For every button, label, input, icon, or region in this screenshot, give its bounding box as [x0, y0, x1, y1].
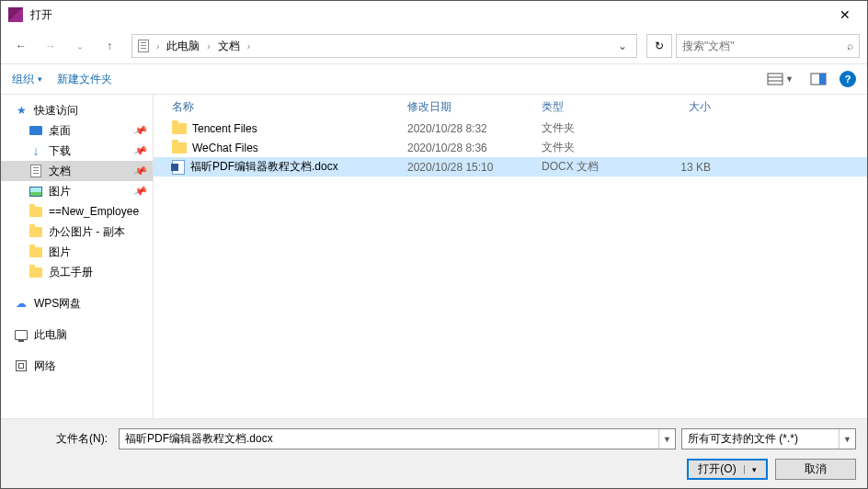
sidebar-item-newemp[interactable]: ==New_Employee: [1, 201, 153, 222]
filename-input[interactable]: [120, 433, 658, 446]
search-box[interactable]: ⌕: [676, 34, 860, 58]
cancel-button[interactable]: 取消: [775, 459, 856, 480]
filename-dropdown[interactable]: ▼: [658, 429, 675, 449]
col-name[interactable]: 名称: [172, 99, 407, 115]
sidebar-item-label: 桌面: [49, 123, 71, 139]
search-icon: ⌕: [847, 40, 853, 52]
sidebar-item-documents[interactable]: 文档📌: [1, 161, 153, 181]
pin-icon: 📌: [132, 142, 149, 158]
nav-bar: ← → ⌄ ↑ › 此电脑 › 文档 › ⌄ ↻ ⌕: [1, 28, 867, 63]
sidebar-item-label: ==New_Employee: [49, 205, 139, 218]
sidebar-item-label: 办公图片 - 副本: [49, 224, 125, 240]
column-header[interactable]: 名称 修改日期 类型 大小: [154, 95, 867, 119]
sidebar-item-office[interactable]: 办公图片 - 副本: [1, 222, 153, 242]
crumb-documents[interactable]: 文档: [216, 37, 242, 56]
preview-pane-button[interactable]: [806, 71, 830, 87]
sidebar-item-label: 员工手册: [49, 265, 93, 280]
file-row[interactable]: Tencent Files2020/10/28 8:32文件夹: [154, 119, 867, 138]
pic-icon: [29, 184, 43, 199]
address-dropdown[interactable]: ⌄: [612, 36, 633, 56]
file-row[interactable]: 福昕PDF编辑器教程文档.docx2020/10/28 15:10DOCX 文档…: [154, 157, 867, 176]
filter-label: 所有可支持的文件 (*.*): [688, 431, 798, 447]
app-icon: [8, 7, 23, 22]
sidebar-item-label: 快速访问: [34, 103, 78, 119]
sidebar-item-label: 图片: [49, 244, 71, 260]
sidebar-item-downloads[interactable]: ↓下载📌: [1, 141, 153, 161]
details-view-icon: [767, 73, 783, 85]
file-type: DOCX 文档: [542, 159, 646, 175]
col-type[interactable]: 类型: [542, 99, 646, 115]
refresh-button[interactable]: ↻: [646, 34, 672, 58]
desktop-icon: [29, 123, 43, 138]
crumb-thispc[interactable]: 此电脑: [165, 37, 201, 56]
sidebar-item-label: 下载: [49, 143, 71, 159]
titlebar: 打开 ✕: [1, 1, 867, 28]
close-button[interactable]: ✕: [830, 1, 860, 28]
new-folder-button[interactable]: 新建文件夹: [57, 72, 112, 87]
folder-icon: [29, 204, 43, 219]
filter-dropdown[interactable]: ▼: [839, 429, 855, 449]
sidebar-item-desktop[interactable]: 桌面📌: [1, 120, 153, 141]
toolbar: 组织 ▾ 新建文件夹 ▼ ?: [1, 63, 867, 95]
net-icon: [14, 358, 29, 373]
sidebar-item-label: 网络: [34, 358, 56, 374]
chevron-down-icon: ▾: [38, 74, 42, 84]
folder-icon: [29, 244, 43, 259]
search-input[interactable]: [682, 40, 847, 52]
sidebar-item-pics2[interactable]: 图片: [1, 242, 153, 262]
window-title: 打开: [30, 7, 830, 23]
folder-icon: [29, 265, 43, 279]
organize-menu[interactable]: 组织 ▾: [12, 72, 42, 87]
col-date[interactable]: 修改日期: [407, 99, 542, 115]
forward-button[interactable]: →: [38, 33, 63, 59]
footer: 文件名(N): ▼ 所有可支持的文件 (*.*) ▼ 打开(O) ▾ 取消: [1, 418, 867, 488]
up-button[interactable]: ↑: [97, 33, 122, 59]
crumb-sep-icon: ›: [247, 41, 250, 51]
sidebar-item-thispc[interactable]: 此电脑: [1, 324, 153, 345]
address-bar[interactable]: › 此电脑 › 文档 › ⌄: [131, 34, 637, 58]
file-name: 福昕PDF编辑器教程文档.docx: [190, 159, 338, 175]
file-type-filter[interactable]: 所有可支持的文件 (*.*) ▼: [681, 428, 856, 449]
preview-pane-icon: [810, 73, 827, 85]
col-size[interactable]: 大小: [646, 99, 720, 115]
sidebar-item-label: 文档: [49, 164, 71, 179]
open-button-label: 打开(O): [698, 461, 736, 477]
file-date: 2020/10/28 15:10: [407, 161, 542, 174]
chevron-down-icon: ▼: [785, 74, 794, 84]
pin-icon: 📌: [132, 122, 149, 138]
folder-icon: [172, 142, 187, 154]
file-type: 文件夹: [542, 140, 646, 155]
wps-icon: ☁: [14, 296, 29, 311]
open-split-arrow[interactable]: ▾: [744, 465, 757, 474]
back-button[interactable]: ←: [8, 33, 34, 59]
recent-dropdown[interactable]: ⌄: [67, 33, 93, 59]
folder-icon: [172, 123, 187, 134]
sidebar-item-label: 图片: [49, 184, 71, 199]
sidebar-item-handbook[interactable]: 员工手册: [1, 262, 153, 282]
sidebar-item-pictures[interactable]: 图片📌: [1, 181, 153, 201]
docx-icon: [172, 160, 185, 175]
crumb-sep-icon: ›: [207, 41, 210, 51]
down-icon: ↓: [29, 143, 43, 158]
file-row[interactable]: WeChat Files2020/10/28 8:36文件夹: [154, 138, 867, 157]
sidebar-item-wps[interactable]: ☁WPS网盘: [1, 293, 153, 313]
crumb-sep-icon: ›: [156, 41, 159, 51]
file-type: 文件夹: [542, 120, 646, 136]
filename-label: 文件名(N):: [12, 431, 113, 447]
sidebar-item-network[interactable]: 网络: [1, 356, 153, 376]
sidebar: ★快速访问桌面📌↓下载📌文档📌图片📌==New_Employee办公图片 - 副…: [1, 95, 154, 418]
filename-combobox[interactable]: ▼: [119, 428, 676, 449]
view-mode-button[interactable]: ▼: [763, 71, 797, 87]
sidebar-item-quick[interactable]: ★快速访问: [1, 100, 153, 120]
star-icon: ★: [14, 103, 29, 118]
help-button[interactable]: ?: [839, 71, 856, 87]
sidebar-item-label: 此电脑: [34, 327, 67, 343]
file-list: Tencent Files2020/10/28 8:32文件夹WeChat Fi…: [154, 119, 867, 418]
organize-label: 组织: [12, 72, 34, 87]
file-pane: 名称 修改日期 类型 大小 Tencent Files2020/10/28 8:…: [154, 95, 867, 418]
pin-icon: 📌: [132, 183, 149, 199]
file-date: 2020/10/28 8:32: [407, 122, 542, 135]
sidebar-item-label: WPS网盘: [34, 296, 81, 312]
open-button[interactable]: 打开(O) ▾: [687, 459, 768, 480]
location-icon: [136, 39, 151, 53]
